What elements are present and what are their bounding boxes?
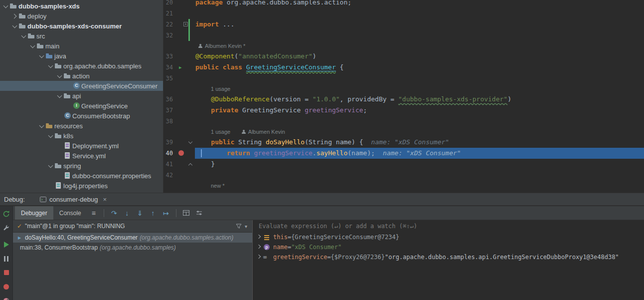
code-author-hint[interactable]: new *: [211, 183, 225, 189]
variable-name[interactable]: name = "xDS Consumer": [253, 242, 644, 252]
code-editor[interactable]: 20package org.apache.dubbo.samples.actio…: [164, 0, 644, 193]
chevron-spacer: [56, 142, 63, 150]
tree-item-k8s[interactable]: k8s: [0, 131, 163, 141]
code-text[interactable]: [195, 170, 644, 181]
tree-item-deployment-yml[interactable]: Deployment.yml: [0, 141, 163, 151]
code-text[interactable]: 1 usage Albumen Kevin: [195, 127, 644, 137]
dropdown-caret-icon[interactable]: ▾: [245, 224, 247, 229]
tab-console[interactable]: Console: [53, 206, 87, 220]
parameter-name-inlay: name: "xDS Consumer": [371, 138, 450, 146]
tree-item-org-apache-dubbo-samples[interactable]: org.apache.dubbo.samples: [0, 61, 163, 71]
code-token: doSayHello: [266, 138, 305, 146]
tree-item-api[interactable]: api: [0, 91, 163, 101]
line-number: 41: [164, 159, 176, 170]
resume-program-button[interactable]: [1, 239, 12, 250]
chevron-down-icon[interactable]: [38, 122, 45, 130]
line-number: [164, 84, 176, 94]
expand-chevron-icon[interactable]: [256, 234, 263, 241]
rerun-debug-button[interactable]: [1, 208, 12, 219]
step-over-icon[interactable]: ↷: [108, 209, 121, 217]
chevron-down-icon[interactable]: [29, 42, 36, 50]
chevron-down-icon[interactable]: [11, 22, 18, 30]
chevron-down-icon[interactable]: [2, 2, 9, 10]
author-person-icon: [241, 128, 248, 135]
breakpoint-icon[interactable]: [178, 150, 184, 156]
expand-chevron-icon[interactable]: [256, 254, 263, 261]
code-text[interactable]: [195, 73, 644, 84]
tree-item-resources[interactable]: resources: [0, 121, 163, 131]
chevron-right-icon[interactable]: [11, 12, 18, 20]
chevron-down-icon[interactable]: [47, 162, 54, 170]
code-text[interactable]: Albumen Kevin *: [195, 41, 644, 51]
tree-item-main[interactable]: main: [0, 41, 163, 51]
variable-greetingservice[interactable]: greetingService = {$Proxy26@7236} "org.a…: [253, 252, 644, 262]
debug-session-tab[interactable]: consumer-debug ×: [36, 193, 111, 205]
force-step-into-icon[interactable]: ⇓: [134, 209, 147, 217]
tab-debugger[interactable]: Debugger: [15, 206, 53, 220]
code-text[interactable]: 1 usage: [195, 84, 644, 94]
code-text[interactable]: package org.apache.dubbo.samples.action;: [195, 0, 644, 8]
code-text[interactable]: return greetingService.sayHello(name);na…: [195, 148, 644, 159]
code-text[interactable]: @Component("annotatedConsumer"): [195, 51, 644, 62]
fold-up-icon[interactable]: [188, 162, 193, 167]
tree-item-java[interactable]: java: [0, 51, 163, 61]
chevron-down-icon[interactable]: [47, 132, 54, 140]
chevron-down-icon[interactable]: [38, 52, 45, 60]
project-tree: dubbo-samples-xdsdeploydubbo-samples-xds…: [0, 1, 163, 191]
tree-item-action[interactable]: action: [0, 71, 163, 81]
tree-item-src[interactable]: src: [0, 31, 163, 41]
code-token: GreetingService: [242, 106, 305, 114]
layout-settings-icon[interactable]: [180, 210, 193, 216]
code-text[interactable]: [195, 116, 644, 127]
tree-item-greetingserviceconsumer[interactable]: GreetingServiceConsumer: [0, 81, 163, 91]
code-text[interactable]: public String doSayHello(String name) {n…: [195, 137, 644, 148]
tree-item-dubbo-samples-xds[interactable]: dubbo-samples-xds: [0, 1, 163, 11]
code-text[interactable]: new *: [195, 181, 644, 191]
step-into-icon[interactable]: ↓: [121, 209, 134, 217]
stack-frame-2[interactable]: main:38, ConsumerBootstrap (org.apache.d…: [13, 243, 252, 253]
tree-item-log4j-properties[interactable]: log4j.properties: [0, 181, 163, 191]
pause-program-button[interactable]: [1, 253, 12, 264]
debug-settings-button[interactable]: [1, 222, 12, 233]
tree-item-deploy[interactable]: deploy: [0, 11, 163, 21]
filter-icon[interactable]: [236, 224, 242, 229]
folder-icon: [18, 12, 27, 20]
thread-selector[interactable]: ✓ "main"@1 in group "main": RUNNING ▾: [13, 220, 252, 233]
tree-item-consumerbootstrap[interactable]: ConsumerBootstrap: [0, 111, 163, 121]
tree-item-dubbo-samples-xds-consumer[interactable]: dubbo-samples-xds-consumer: [0, 21, 163, 31]
layout-icon[interactable]: ≡: [87, 209, 100, 217]
code-text[interactable]: public class GreetingServiceConsumer {: [195, 62, 644, 73]
expand-chevron-icon[interactable]: [256, 244, 263, 251]
code-author-hint[interactable]: Albumen Kevin: [248, 129, 285, 135]
code-text[interactable]: }: [195, 159, 644, 170]
usages-hint[interactable]: 1 usage: [211, 129, 230, 135]
run-to-cursor-icon[interactable]: ↦: [160, 209, 172, 217]
usages-hint[interactable]: 1 usage: [211, 86, 230, 92]
view-breakpoints-button[interactable]: [1, 281, 12, 292]
code-text[interactable]: import ...: [195, 19, 644, 30]
run-class-icon[interactable]: ▶: [179, 62, 181, 73]
stop-button[interactable]: [1, 267, 12, 278]
code-text[interactable]: [195, 30, 644, 41]
tree-item-dubbo-consumer-properties[interactable]: dubbo-consumer.properties: [0, 171, 163, 181]
fold-region-icon[interactable]: +: [183, 22, 188, 26]
debugger-settings-icon[interactable]: [193, 210, 206, 216]
variable-this[interactable]: this = {GreetingServiceConsumer@7234}: [253, 232, 644, 242]
chevron-down-icon[interactable]: [56, 72, 63, 80]
tree-item-greetingservice[interactable]: GreetingService: [0, 101, 163, 111]
chevron-down-icon[interactable]: [20, 32, 27, 40]
fold-down-icon[interactable]: [188, 140, 193, 145]
code-text[interactable]: @DubboReference(version = "1.0.0", provi…: [195, 94, 644, 105]
tree-item-spring[interactable]: spring: [0, 161, 163, 171]
code-text[interactable]: private GreetingService greetingService;: [195, 105, 644, 116]
stack-frame-1[interactable]: ▶doSayHello:40, GreetingServiceConsumer …: [13, 233, 252, 243]
mute-breakpoints-button[interactable]: [1, 295, 12, 300]
tree-item-service-yml[interactable]: Service.yml: [0, 151, 163, 161]
evaluate-expression-field[interactable]: Evaluate expression (↵) or add a watch (…: [253, 220, 644, 232]
chevron-down-icon[interactable]: [56, 92, 63, 100]
code-text[interactable]: [195, 8, 644, 19]
chevron-down-icon[interactable]: [47, 62, 54, 70]
close-tab-icon[interactable]: ×: [103, 196, 107, 203]
step-out-icon[interactable]: ↑: [147, 209, 160, 217]
code-author-hint[interactable]: Albumen Kevin *: [205, 43, 245, 49]
